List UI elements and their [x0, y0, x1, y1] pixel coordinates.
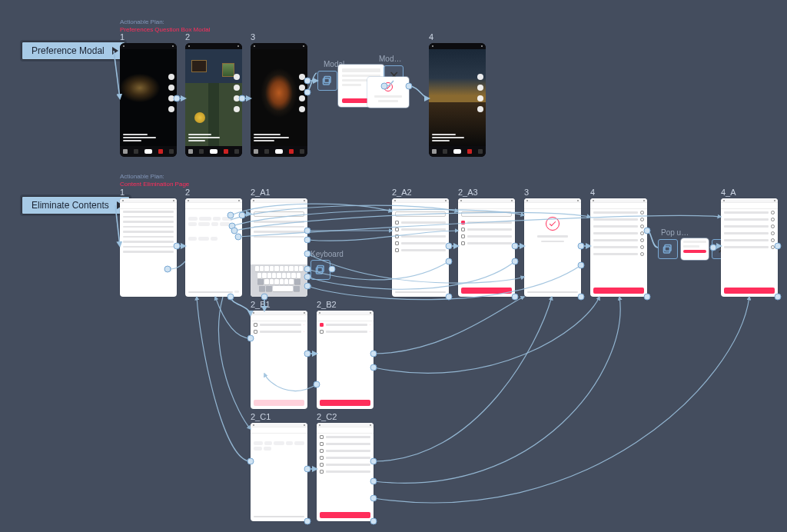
modal-preview-2 — [367, 77, 409, 108]
connector-node[interactable] — [578, 262, 585, 269]
connector-node[interactable] — [370, 364, 377, 371]
connector-node[interactable] — [370, 458, 377, 465]
frame-label: 2_A2 — [392, 188, 412, 197]
frame-elim-4[interactable] — [590, 198, 647, 297]
section-headline-accent: Preferences Question Box Modal — [120, 26, 210, 34]
copy-icon[interactable] — [310, 260, 330, 280]
frame-elim-2c1[interactable] — [251, 423, 307, 521]
connector-node[interactable] — [304, 518, 311, 525]
frame-label: 4 — [429, 32, 433, 42]
connector-node[interactable] — [578, 243, 585, 250]
frame-label: 2_C2 — [317, 412, 337, 421]
connector-node[interactable] — [239, 212, 246, 219]
frame-elim-2a2[interactable] — [392, 198, 449, 297]
connector-node[interactable] — [329, 266, 336, 273]
frame-label: 1 — [120, 32, 125, 42]
frame-elim-2c2[interactable] — [317, 423, 374, 521]
connector-node[interactable] — [370, 495, 377, 502]
frame-label: 2_A3 — [458, 188, 478, 197]
connector-node[interactable] — [304, 89, 311, 96]
connector-node[interactable] — [239, 95, 246, 102]
connector-node[interactable] — [370, 478, 377, 485]
connector-node[interactable] — [304, 237, 311, 244]
copy-icon[interactable] — [317, 71, 337, 91]
connector-node[interactable] — [446, 294, 453, 301]
flow-pill-label: Eliminate Contents — [32, 200, 109, 211]
component-modal[interactable]: Modal — [317, 71, 337, 91]
connector-node[interactable] — [304, 78, 311, 85]
connector-node[interactable] — [446, 243, 453, 250]
frame-label: 2_A1 — [251, 188, 271, 197]
connector-node[interactable] — [370, 518, 377, 525]
connector-node[interactable] — [247, 335, 254, 342]
frame-pref-1[interactable] — [120, 43, 177, 157]
copy-icon[interactable] — [658, 239, 678, 259]
connector-node[interactable] — [370, 351, 377, 357]
connector-node[interactable] — [644, 294, 651, 301]
frame-elim-2a1[interactable] — [251, 198, 307, 297]
connector-node[interactable] — [512, 243, 519, 250]
frame-label: 3 — [251, 32, 255, 42]
frame-pref-3[interactable] — [251, 43, 307, 157]
connector-node[interactable] — [304, 228, 311, 234]
connector-node[interactable] — [710, 244, 717, 251]
connector-node[interactable] — [304, 251, 311, 258]
connector-node[interactable] — [406, 83, 413, 90]
frame-elim-2a3[interactable] — [458, 198, 515, 297]
frame-label: 2 — [185, 188, 190, 197]
frame-label: 2_C1 — [251, 412, 271, 421]
frame-elim-2b2[interactable]: · · — [317, 311, 374, 409]
connector-node[interactable] — [304, 274, 311, 281]
connector-node[interactable] — [164, 266, 171, 273]
frame-label: 4 — [590, 188, 595, 197]
play-icon — [112, 47, 118, 55]
connector-node[interactable] — [381, 83, 388, 90]
component-keyboard[interactable]: Keyboard — [310, 260, 330, 280]
connector-node[interactable] — [261, 294, 268, 301]
connector-node[interactable] — [247, 458, 254, 465]
flow-pill-label: Preference Modal — [32, 45, 105, 56]
connector-node[interactable] — [512, 258, 519, 265]
frame-pref-2[interactable] — [185, 43, 242, 157]
frame-pref-4[interactable] — [429, 43, 486, 157]
frame-label: 2_B1 — [251, 300, 271, 309]
frame-label: 1 — [120, 188, 125, 197]
connector-node[interactable] — [174, 95, 181, 102]
connector-node[interactable] — [304, 266, 311, 273]
frame-elim-3[interactable] — [524, 198, 581, 297]
connector-node[interactable] — [314, 381, 320, 388]
frame-elim-2b1[interactable]: · · — [251, 311, 307, 409]
connector-node[interactable] — [304, 283, 311, 290]
connector-node[interactable] — [775, 294, 782, 301]
flow-pill-eliminate[interactable]: Eliminate Contents — [22, 196, 130, 214]
connector-node[interactable] — [775, 243, 782, 250]
flow-pill-preference[interactable]: Preference Modal — [22, 42, 125, 60]
connector-node[interactable] — [578, 294, 585, 301]
frame-label: 2_B2 — [317, 300, 337, 309]
connector-node[interactable] — [644, 228, 651, 234]
connector-node[interactable] — [446, 258, 453, 265]
connector-node[interactable] — [304, 466, 311, 473]
component-label: Pop u… — [661, 228, 689, 237]
section-headline: Actionable Plan: — [120, 18, 164, 26]
frame-label: 4_A — [721, 188, 736, 197]
connector-node[interactable] — [174, 243, 181, 250]
section-headline: Actionable Plan: — [120, 173, 164, 181]
section-headline-accent: Content Elimination Page — [120, 181, 189, 188]
connector-node[interactable] — [235, 234, 242, 241]
frame-label: 3 — [524, 188, 529, 197]
component-label: Keyboard — [310, 250, 344, 258]
frame-elim-1[interactable] — [120, 198, 177, 297]
connector-node[interactable] — [512, 294, 519, 301]
frame-elim-4a[interactable] — [721, 198, 778, 297]
component-label: Mod… — [379, 55, 401, 63]
connector-node[interactable] — [304, 351, 311, 357]
frame-label: 2 — [185, 32, 190, 42]
connector-node[interactable] — [227, 294, 234, 301]
connector-node[interactable] — [227, 212, 234, 219]
